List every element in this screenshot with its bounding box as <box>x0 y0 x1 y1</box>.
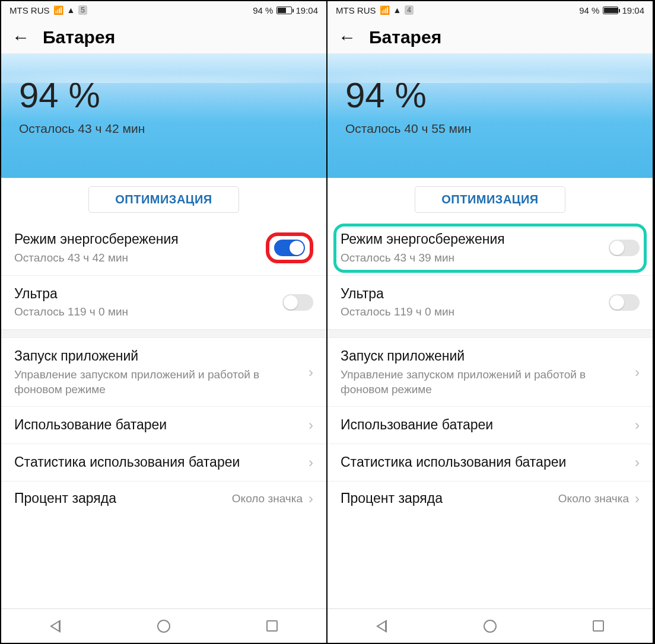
status-bar: MTS RUS 📶 ▲ 5 94 % 19:04 <box>1 1 326 19</box>
ultra-title: Ультра <box>14 285 282 303</box>
apps-sub: Управление запуском приложений и работой… <box>14 368 309 397</box>
ultra-row[interactable]: Ультра Осталось 119 ч 0 мин <box>1 276 326 330</box>
percent-value: Около значка <box>558 492 629 505</box>
percent-display-row[interactable]: Процент заряда Около значка › <box>328 482 653 508</box>
page-title: Батарея <box>369 27 441 47</box>
section-divider <box>1 330 326 338</box>
chevron-right-icon: › <box>309 417 313 433</box>
time-remaining: Осталось 40 ч 55 мин <box>345 122 635 136</box>
battery-level: 94 % <box>345 75 635 116</box>
clock-label: 19:04 <box>622 5 644 15</box>
battery-level: 94 % <box>19 75 309 116</box>
signal-icon: 📶 <box>380 5 390 15</box>
nav-bar <box>328 608 653 643</box>
header: ← Батарея <box>328 19 653 53</box>
carrier-label: MTS RUS <box>336 5 376 15</box>
back-arrow-icon[interactable]: ← <box>338 28 356 46</box>
time-remaining: Осталось 43 ч 42 мин <box>19 122 309 136</box>
ultra-title: Ультра <box>341 285 609 303</box>
back-arrow-icon[interactable]: ← <box>12 28 30 46</box>
power-save-toggle[interactable] <box>609 240 640 256</box>
power-save-sub: Осталось 43 ч 39 мин <box>341 251 609 266</box>
usage-title: Использование батареи <box>14 416 309 434</box>
usage-title: Использование батареи <box>341 416 635 434</box>
power-save-sub: Осталось 43 ч 42 мин <box>14 251 266 266</box>
percent-title: Процент заряда <box>14 490 116 508</box>
battery-stats-row[interactable]: Статистика использования батареи › <box>328 444 653 482</box>
nav-back-button[interactable] <box>374 619 389 634</box>
notification-count: 4 <box>405 5 414 15</box>
battery-icon <box>276 7 292 14</box>
battery-icon <box>603 7 618 14</box>
percent-value: Около значка <box>232 492 303 505</box>
percent-display-row[interactable]: Процент заряда Около значка › <box>1 482 326 508</box>
apps-sub: Управление запуском приложений и работой… <box>341 368 635 397</box>
battery-hero: 94 % Осталось 40 ч 55 мин <box>328 53 653 178</box>
phone-left: MTS RUS 📶 ▲ 5 94 % 19:04 ← Батарея 94 % … <box>1 1 328 643</box>
nav-home-button[interactable] <box>482 619 498 634</box>
page-title: Батарея <box>43 27 115 47</box>
carrier-label: MTS RUS <box>9 5 50 15</box>
chevron-right-icon: › <box>635 490 640 507</box>
chevron-right-icon: › <box>309 490 313 507</box>
chevron-right-icon: › <box>309 454 313 471</box>
ultra-sub: Осталось 119 ч 0 мин <box>341 305 609 320</box>
chevron-right-icon: › <box>635 417 640 433</box>
battery-usage-row[interactable]: Использование батареи › <box>1 407 326 444</box>
battery-percent-label: 94 % <box>579 5 599 15</box>
battery-hero: 94 % Осталось 43 ч 42 мин <box>1 53 326 178</box>
nav-recent-button[interactable] <box>265 619 280 634</box>
nav-back-button[interactable] <box>47 619 63 634</box>
ultra-row[interactable]: Ультра Осталось 119 ч 0 мин <box>328 276 653 330</box>
optimize-button[interactable]: ОПТИМИЗАЦИЯ <box>415 186 565 213</box>
nav-recent-button[interactable] <box>591 619 606 634</box>
nav-bar <box>1 608 326 643</box>
power-save-row[interactable]: Режим энергосбережения Осталось 43 ч 42 … <box>1 221 326 276</box>
battery-stats-row[interactable]: Статистика использования батареи › <box>1 444 326 482</box>
ultra-toggle[interactable] <box>282 294 313 311</box>
chevron-right-icon: › <box>635 454 640 471</box>
chevron-right-icon: › <box>309 364 313 381</box>
section-divider <box>328 330 653 338</box>
annotation-highlight-red <box>266 232 313 263</box>
apps-title: Запуск приложений <box>14 347 309 365</box>
wifi-icon: ▲ <box>393 5 402 15</box>
apps-launch-row[interactable]: Запуск приложений Управление запуском пр… <box>1 338 326 407</box>
clock-label: 19:04 <box>295 5 318 15</box>
status-bar: MTS RUS 📶 ▲ 4 94 % 19:04 <box>328 1 653 19</box>
power-save-row[interactable]: Режим энергосбережения Осталось 43 ч 39 … <box>328 221 653 276</box>
apps-launch-row[interactable]: Запуск приложений Управление запуском пр… <box>328 338 653 407</box>
power-save-title: Режим энергосбережения <box>341 231 609 248</box>
nav-home-button[interactable] <box>156 619 171 634</box>
ultra-sub: Осталось 119 ч 0 мин <box>14 305 282 320</box>
power-save-title: Режим энергосбережения <box>14 231 266 248</box>
apps-title: Запуск приложений <box>341 347 635 365</box>
battery-percent-label: 94 % <box>253 5 273 15</box>
stats-title: Статистика использования батареи <box>341 454 635 471</box>
percent-title: Процент заряда <box>341 490 443 508</box>
signal-icon: 📶 <box>53 5 63 15</box>
wifi-icon: ▲ <box>67 5 75 15</box>
notification-count: 5 <box>78 5 87 15</box>
phone-right: MTS RUS 📶 ▲ 4 94 % 19:04 ← Батарея 94 % … <box>328 1 654 643</box>
chevron-right-icon: › <box>635 364 640 381</box>
header: ← Батарея <box>1 19 326 53</box>
power-save-toggle[interactable] <box>274 240 305 256</box>
ultra-toggle[interactable] <box>609 294 640 311</box>
optimize-button[interactable]: ОПТИМИЗАЦИЯ <box>88 186 239 213</box>
battery-usage-row[interactable]: Использование батареи › <box>328 407 653 444</box>
stats-title: Статистика использования батареи <box>14 454 309 471</box>
